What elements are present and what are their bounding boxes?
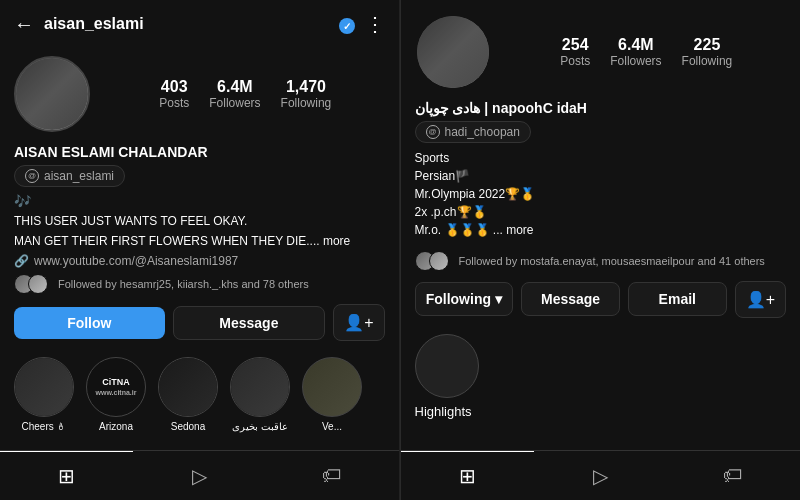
left-followers-count: 6.4M xyxy=(217,78,253,96)
right-avatar[interactable] xyxy=(415,14,491,90)
left-followed-by: Followed by hesamrj25, kiiarsh._.khs and… xyxy=(14,274,385,294)
left-tab-grid[interactable]: ⊞ xyxy=(0,451,133,500)
highlight-circle-persian xyxy=(230,357,290,417)
right-following-stat[interactable]: 225 Following xyxy=(682,36,733,68)
right-posts-label: Posts xyxy=(560,54,590,68)
highlight-circle-cheers xyxy=(14,357,74,417)
right-bio: Sports Persian🏴 Mr.Olympia 2022🏆🥇 2x .p.… xyxy=(401,149,801,247)
left-bio-line2: MAN GET THEIR FIRST FLOWERS WHEN THEY DI… xyxy=(14,233,385,250)
right-bio-olympia: Mr.Olympia 2022🏆🥇 xyxy=(415,185,787,203)
right-bio-pch: 2x .p.ch🏆🥇 xyxy=(415,203,787,221)
right-threads-handle[interactable]: @ hadi_choopan xyxy=(415,121,531,143)
right-followed-text: Followed by mostafa.enayat, mousaesmaeil… xyxy=(459,255,765,267)
right-highlight-1[interactable] xyxy=(415,334,479,398)
left-header-username: aisan_eslami xyxy=(44,15,325,33)
right-threads-icon: @ xyxy=(426,125,440,139)
left-header: ← aisan_eslami ⋮ xyxy=(0,0,399,48)
highlight-ve[interactable]: Ve... xyxy=(302,357,362,432)
left-display-name: AISAN ESLAMI CHALANDAR xyxy=(14,144,385,160)
right-following-label: Following xyxy=(682,54,733,68)
link-icon: 🔗 xyxy=(14,254,29,268)
left-avatar[interactable] xyxy=(14,56,90,132)
left-action-buttons: Follow Message 👤+ xyxy=(0,304,399,351)
right-display-name: Hadi Choopan | هادی چوپان xyxy=(415,100,787,116)
left-following-count: 1,470 xyxy=(286,78,326,96)
left-stats-row: 403 Posts 6.4M Followers 1,470 Following xyxy=(106,78,385,110)
left-followed-text: Followed by hesamrj25, kiiarsh._.khs and… xyxy=(58,278,309,290)
right-followed-avatars xyxy=(415,251,443,271)
highlight-circle-citna: CiTNAwww.citna.ir xyxy=(86,357,146,417)
left-followed-avatars xyxy=(14,274,42,294)
highlight-label-persian: عاقبت بخیری xyxy=(232,421,288,432)
right-bio-mr: Mr.o. 🥇🥇🥇 ... more xyxy=(415,221,787,239)
left-message-button[interactable]: Message xyxy=(173,306,326,340)
right-bio-sports: Sports xyxy=(415,149,787,167)
right-grid-tabs: ⊞ ▷ 🏷 xyxy=(401,450,801,500)
left-followers-stat[interactable]: 6.4M Followers xyxy=(209,78,260,110)
left-posts-stat[interactable]: 403 Posts xyxy=(159,78,189,110)
right-highlight-circle-1 xyxy=(415,334,479,398)
highlight-persian[interactable]: عاقبت بخیری xyxy=(230,357,290,432)
left-threads-handle[interactable]: @ aisan_eslami xyxy=(14,165,125,187)
follow-button[interactable]: Follow xyxy=(14,307,165,339)
right-bio-persian: Persian🏴 xyxy=(415,167,787,185)
following-button[interactable]: Following ▾ xyxy=(415,282,514,316)
right-stats-row: 254 Posts 6.4M Followers 225 Following xyxy=(507,36,787,68)
left-profile-info: AISAN ESLAMI CHALANDAR @ aisan_eslami 🎶 … xyxy=(0,144,399,304)
right-add-person-button[interactable]: 👤+ xyxy=(735,281,786,318)
highlights-title: Highlights xyxy=(401,402,801,425)
highlight-sedona[interactable]: Sedona xyxy=(158,357,218,432)
left-link-row: 🔗 www.youtube.com/@Aisaneslami1987 xyxy=(14,254,385,268)
right-followers-count: 6.4M xyxy=(618,36,654,54)
right-message-button[interactable]: Message xyxy=(521,282,620,316)
left-profile-section: 403 Posts 6.4M Followers 1,470 Following xyxy=(0,48,399,144)
right-followed-by: Followed by mostafa.enayat, mousaesmaeil… xyxy=(401,247,801,281)
right-tab-tagged[interactable]: 🏷 xyxy=(667,451,800,500)
left-posts-label: Posts xyxy=(159,96,189,110)
back-icon[interactable]: ← xyxy=(14,13,34,36)
followed-avatar-2 xyxy=(28,274,48,294)
left-emoji: 🎶 xyxy=(14,193,385,209)
right-followers-stat[interactable]: 6.4M Followers xyxy=(610,36,661,68)
add-person-button[interactable]: 👤+ xyxy=(333,304,384,341)
highlight-citna[interactable]: CiTNAwww.citna.ir Arizona xyxy=(86,357,146,432)
right-posts-count: 254 xyxy=(562,36,589,54)
right-tab-grid[interactable]: ⊞ xyxy=(401,451,534,500)
right-posts-stat[interactable]: 254 Posts xyxy=(560,36,590,68)
right-highlights-section: Highlights xyxy=(401,328,801,425)
highlight-cheers[interactable]: Cheers 🕯 xyxy=(14,357,74,432)
highlight-label-sedona: Sedona xyxy=(171,421,205,432)
highlight-label-ve: Ve... xyxy=(322,421,342,432)
right-following-count: 225 xyxy=(694,36,721,54)
verified-badge xyxy=(339,18,355,34)
left-tab-tagged[interactable]: 🏷 xyxy=(266,451,399,500)
menu-dots-icon[interactable]: ⋮ xyxy=(365,12,385,36)
left-bio-line1: THIS USER JUST WANTS TO FEEL OKAY. xyxy=(14,213,385,230)
right-tab-reels[interactable]: ▷ xyxy=(534,451,667,500)
left-followers-label: Followers xyxy=(209,96,260,110)
right-highlights-row xyxy=(401,328,801,402)
left-following-stat[interactable]: 1,470 Following xyxy=(281,78,332,110)
left-posts-count: 403 xyxy=(161,78,188,96)
right-profile-top: 254 Posts 6.4M Followers 225 Following xyxy=(401,0,801,100)
left-link[interactable]: www.youtube.com/@Aisaneslami1987 xyxy=(34,254,238,268)
highlight-label-cheers: Cheers 🕯 xyxy=(21,421,66,432)
left-grid-tabs: ⊞ ▷ 🏷 xyxy=(0,450,399,500)
right-profile-info: Hadi Choopan | هادی چوپان @ hadi_choopan xyxy=(401,100,801,149)
threads-icon: @ xyxy=(25,169,39,183)
highlight-circle-sedona xyxy=(158,357,218,417)
right-followed-avatar-2 xyxy=(429,251,449,271)
left-following-label: Following xyxy=(281,96,332,110)
highlight-label-arizona: Arizona xyxy=(99,421,133,432)
left-highlights-row: Cheers 🕯 CiTNAwww.citna.ir Arizona Sedon… xyxy=(0,351,399,440)
email-button[interactable]: Email xyxy=(628,282,727,316)
right-followers-label: Followers xyxy=(610,54,661,68)
highlight-circle-ve xyxy=(302,357,362,417)
right-action-buttons: Following ▾ Message Email 👤+ xyxy=(401,281,801,328)
left-profile-panel: ← aisan_eslami ⋮ 403 Posts 6.4M Follower… xyxy=(0,0,400,500)
left-threads-username: aisan_eslami xyxy=(44,169,114,183)
chevron-down-icon: ▾ xyxy=(495,291,502,307)
right-threads-username: hadi_choopan xyxy=(445,125,520,139)
left-tab-reels[interactable]: ▷ xyxy=(133,451,266,500)
right-profile-panel: 254 Posts 6.4M Followers 225 Following H… xyxy=(401,0,801,500)
